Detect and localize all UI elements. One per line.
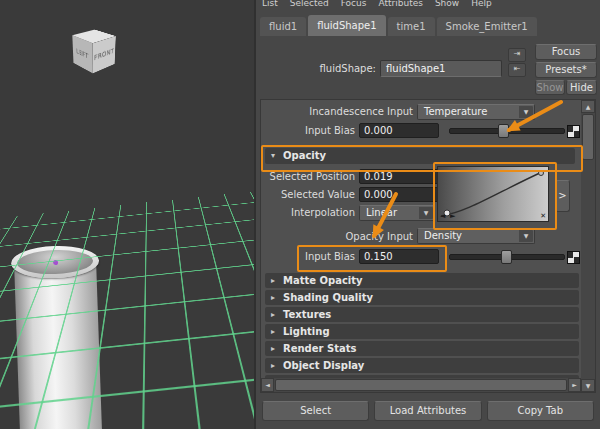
opacity-input-value: Density [424,229,462,243]
viewport-3d[interactable]: LEFT FRONT [0,0,254,429]
input-connection-icon[interactable]: ⇤ [508,63,526,77]
fluid-container-object[interactable] [11,245,106,429]
hide-button[interactable]: Hide [566,80,597,95]
node-type-label: fluidShape: [276,61,376,76]
view-cube[interactable]: LEFT FRONT [66,22,122,78]
input-bias-bottom-field[interactable]: 0.150 [359,249,439,264]
chevron-down-icon[interactable]: ▼ [419,207,433,219]
opacity-input-dropdown[interactable]: Density ▼ [417,228,535,244]
map-texture-icon[interactable] [567,251,580,264]
selected-position-label: Selected Position [263,169,355,184]
menu-focus[interactable]: Focus [341,0,367,8]
bucket-body [14,260,103,429]
view-cube-front-face[interactable]: FRONT [93,36,116,73]
interpolation-label: Interpolation [263,205,355,220]
map-texture-icon[interactable] [567,125,580,138]
section-label: Lighting [283,326,330,337]
tab-fluid1[interactable]: fluid1 [260,17,306,36]
chevron-collapsed-icon: ▸ [271,358,275,373]
chevron-expanded-icon: ▾ [271,148,275,164]
horizontal-scrollbar-thumb[interactable] [275,379,567,391]
attribute-editor-menubar: List Selected Focus Attributes Show Help [256,0,600,9]
section-label: Shading Quality [283,292,373,303]
show-button[interactable]: Show [535,80,565,95]
opacity-ramp-widget[interactable]: ◄ ► ✕ [437,166,549,222]
tab-smoke-emitter1[interactable]: Smoke_Emitter1 [437,17,537,36]
chevron-collapsed-icon: ▸ [271,324,275,339]
horizontal-scrollbar[interactable]: ◄ ► [261,378,581,392]
focus-button[interactable]: Focus [535,44,597,60]
copy-tab-button[interactable]: Copy Tab [487,401,594,421]
input-bias-top-label: Input Bias [263,123,355,138]
menu-list[interactable]: List [262,0,278,8]
view-cube-left-face[interactable]: LEFT [72,35,92,73]
load-attributes-button[interactable]: Load Attributes [374,401,481,421]
view-cube-body: LEFT FRONT [82,33,105,68]
attribute-editor-panel: List Selected Focus Attributes Show Help… [254,0,600,429]
ramp-delete-icon[interactable]: ✕ [540,212,546,220]
chevron-down-icon[interactable]: ▼ [519,106,533,118]
vertical-scrollbar-thumb[interactable] [582,114,594,160]
incandescence-input-value: Temperature [424,105,487,119]
ground-grid [0,0,254,232]
opacity-section-label: Opacity [283,150,326,161]
section-matte-opacity[interactable]: ▸ Matte Opacity [265,273,579,288]
node-tabbar: fluid1 fluidShape1 time1 Smoke_Emitter1 [260,10,596,36]
tab-time1[interactable]: time1 [388,17,435,36]
section-lighting[interactable]: ▸ Lighting [265,324,579,339]
section-render-stats[interactable]: ▸ Render Stats [265,341,579,356]
input-bias-bottom-label: Input Bias [263,249,355,264]
select-button[interactable]: Select [262,401,369,421]
chevron-collapsed-icon: ▸ [271,290,275,305]
output-connection-icon[interactable]: ⇥ [508,48,526,62]
section-object-display[interactable]: ▸ Object Display [265,358,579,373]
selected-position-field[interactable]: 0.019 [359,169,439,184]
section-shading-quality[interactable]: ▸ Shading Quality [265,290,579,305]
chevron-collapsed-icon: ▸ [271,307,275,322]
interpolation-value: Linear [366,206,397,220]
scroll-right-icon[interactable]: ► [568,378,581,392]
scroll-up-icon[interactable]: ▲ [581,100,595,113]
incandescence-input-dropdown[interactable]: Temperature ▼ [417,104,535,120]
menu-selected[interactable]: Selected [290,0,329,8]
incandescence-input-label: Incandescence Input [263,104,413,119]
maya-window: LEFT FRONT List Selected Focus Attribute… [0,0,600,429]
selected-value-label: Selected Value [263,187,355,202]
ramp-expand-button[interactable]: > [555,180,570,212]
scroll-left-icon[interactable]: ◄ [261,378,274,392]
input-bias-top-field[interactable]: 0.000 [359,123,439,138]
ramp-prev-icon[interactable]: ◄ [440,212,445,220]
chevron-collapsed-icon: ▸ [271,273,275,288]
input-bias-bottom-slider-handle[interactable] [501,250,512,264]
chevron-collapsed-icon: ▸ [271,341,275,356]
tab-fluidshape1[interactable]: fluidShape1 [308,15,385,36]
opacity-section-header[interactable]: ▾ Opacity [265,148,575,164]
selected-value-field[interactable]: 0.000 [359,187,439,202]
section-label: Object Display [283,360,364,371]
menu-help[interactable]: Help [471,0,492,8]
scroll-down-icon[interactable]: ▼ [581,379,595,392]
node-name-field[interactable]: fluidShape1 [380,60,502,77]
section-label: Matte Opacity [283,275,363,286]
attribute-scroll-area: Incandescence Input Temperature ▼ Input … [260,99,596,393]
vertical-scrollbar[interactable]: ▲ ▼ [581,100,595,392]
presets-button[interactable]: Presets* [535,62,597,78]
menu-show[interactable]: Show [435,0,459,8]
menu-attributes[interactable]: Attributes [378,0,422,8]
section-label: Render Stats [283,343,356,354]
ramp-next-icon[interactable]: ► [450,212,455,220]
input-bias-top-slider-handle[interactable] [498,124,509,138]
interpolation-dropdown[interactable]: Linear ▼ [359,205,435,221]
section-label: Textures [283,309,331,320]
chevron-down-icon[interactable]: ▼ [519,230,533,242]
attribute-editor-footer: Select Load Attributes Copy Tab [262,401,594,421]
section-textures[interactable]: ▸ Textures [265,307,579,322]
opacity-input-label: Opacity Input [263,229,413,244]
